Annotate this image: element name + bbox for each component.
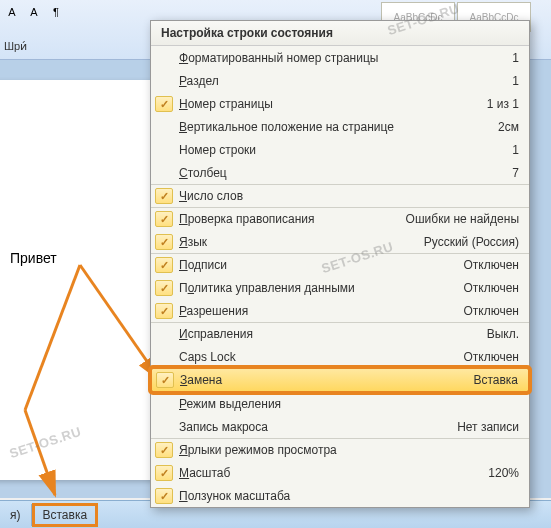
menu-item[interactable]: Политика управления даннымиОтключен bbox=[151, 276, 529, 299]
menu-item-label: Язык bbox=[179, 235, 424, 249]
menu-item-label: Номер строки bbox=[179, 143, 512, 157]
menu-item-value: Ошибки не найдены bbox=[406, 212, 519, 226]
checkmark-icon bbox=[155, 165, 173, 181]
menu-item-value: 1 bbox=[512, 143, 519, 157]
menu-item-label: Форматированный номер страницы bbox=[179, 51, 512, 65]
menu-item-value: 1 bbox=[512, 51, 519, 65]
menu-item[interactable]: ЯзыкРусский (Россия) bbox=[151, 230, 529, 253]
menu-item-value: 2см bbox=[498, 120, 519, 134]
menu-item-value: Отключен bbox=[463, 281, 519, 295]
menu-item[interactable]: Вертикальное положение на странице2см bbox=[151, 115, 529, 138]
menu-item[interactable]: Столбец7 bbox=[151, 161, 529, 184]
menu-item-label: Число слов bbox=[179, 189, 519, 203]
menu-item-label: Исправления bbox=[179, 327, 487, 341]
checkmark-icon bbox=[155, 257, 173, 273]
checkmark-icon bbox=[155, 142, 173, 158]
checkmark-icon bbox=[155, 442, 173, 458]
menu-item-label: Номер страницы bbox=[179, 97, 487, 111]
checkmark-icon bbox=[155, 73, 173, 89]
menu-item-label: Caps Lock bbox=[179, 350, 463, 364]
checkmark-icon bbox=[155, 419, 173, 435]
menu-item[interactable]: Caps LockОтключен bbox=[151, 345, 529, 368]
menu-item[interactable]: Режим выделения bbox=[151, 392, 529, 415]
menu-item-label: Политика управления данными bbox=[179, 281, 463, 295]
menu-item-label: Ползунок масштаба bbox=[179, 489, 519, 503]
menu-item[interactable]: ИсправленияВыкл. bbox=[151, 322, 529, 345]
menu-item[interactable]: РазрешенияОтключен bbox=[151, 299, 529, 322]
menu-item-label: Столбец bbox=[179, 166, 512, 180]
menu-item[interactable]: Ползунок масштаба bbox=[151, 484, 529, 507]
checkmark-icon bbox=[155, 211, 173, 227]
font-group-label: Шри́ bbox=[4, 40, 27, 53]
menu-item-label: Запись макроса bbox=[179, 420, 457, 434]
font-size-grow-icon[interactable]: A bbox=[2, 2, 22, 22]
checkmark-icon bbox=[155, 234, 173, 250]
menu-item-label: Подписи bbox=[179, 258, 463, 272]
menu-item[interactable]: Форматированный номер страницы1 bbox=[151, 46, 529, 69]
menu-item-value: 1 из 1 bbox=[487, 97, 519, 111]
checkmark-icon bbox=[155, 96, 173, 112]
document-text: Привет bbox=[10, 250, 130, 266]
menu-item[interactable]: ПодписиОтключен bbox=[151, 253, 529, 276]
menu-item[interactable]: Номер страницы1 из 1 bbox=[151, 92, 529, 115]
checkmark-icon bbox=[155, 188, 173, 204]
status-bar-config-menu: Настройка строки состояния Форматированн… bbox=[150, 20, 530, 508]
menu-item-value: Вставка bbox=[473, 373, 518, 387]
menu-item-label: Ярлыки режимов просмотра bbox=[179, 443, 519, 457]
document-page[interactable]: Привет bbox=[0, 80, 160, 480]
menu-item-label: Замена bbox=[180, 373, 473, 387]
menu-item-value: Отключен bbox=[463, 350, 519, 364]
font-size-shrink-icon[interactable]: A bbox=[24, 2, 44, 22]
menu-item-label: Масштаб bbox=[179, 466, 488, 480]
menu-item-value: Русский (Россия) bbox=[424, 235, 519, 249]
menu-item-label: Режим выделения bbox=[179, 397, 519, 411]
menu-item-label: Разрешения bbox=[179, 304, 463, 318]
checkmark-icon bbox=[155, 465, 173, 481]
checkmark-icon bbox=[155, 326, 173, 342]
checkmark-icon bbox=[155, 280, 173, 296]
menu-item[interactable]: Номер строки1 bbox=[151, 138, 529, 161]
checkmark-icon bbox=[156, 372, 174, 388]
menu-item-value: 120% bbox=[488, 466, 519, 480]
menu-item[interactable]: Запись макросаНет записи bbox=[151, 415, 529, 438]
menu-item-value: Нет записи bbox=[457, 420, 519, 434]
menu-item[interactable]: Раздел1 bbox=[151, 69, 529, 92]
checkmark-icon bbox=[155, 50, 173, 66]
checkmark-icon bbox=[155, 396, 173, 412]
menu-item[interactable]: ЗаменаВставка bbox=[151, 368, 529, 392]
ribbon-toolbar: A A ¶ bbox=[2, 2, 66, 22]
menu-item-value: Отключен bbox=[463, 304, 519, 318]
menu-item[interactable]: Число слов bbox=[151, 184, 529, 207]
checkmark-icon bbox=[155, 488, 173, 504]
clear-format-icon[interactable]: ¶ bbox=[46, 2, 66, 22]
menu-item-label: Проверка правописания bbox=[179, 212, 406, 226]
checkmark-icon bbox=[155, 303, 173, 319]
menu-item[interactable]: Масштаб120% bbox=[151, 461, 529, 484]
menu-item-value: Выкл. bbox=[487, 327, 519, 341]
checkmark-icon bbox=[155, 119, 173, 135]
menu-item-value: Отключен bbox=[463, 258, 519, 272]
menu-item[interactable]: Проверка правописанияОшибки не найдены bbox=[151, 207, 529, 230]
menu-item-value: 7 bbox=[512, 166, 519, 180]
status-tab-left[interactable]: я) bbox=[0, 504, 32, 526]
menu-item-label: Раздел bbox=[179, 74, 512, 88]
checkmark-icon bbox=[155, 349, 173, 365]
menu-item-label: Вертикальное положение на странице bbox=[179, 120, 498, 134]
status-tab-insert[interactable]: Вставка bbox=[32, 503, 99, 527]
menu-item[interactable]: Ярлыки режимов просмотра bbox=[151, 438, 529, 461]
menu-item-value: 1 bbox=[512, 74, 519, 88]
menu-title: Настройка строки состояния bbox=[151, 21, 529, 46]
